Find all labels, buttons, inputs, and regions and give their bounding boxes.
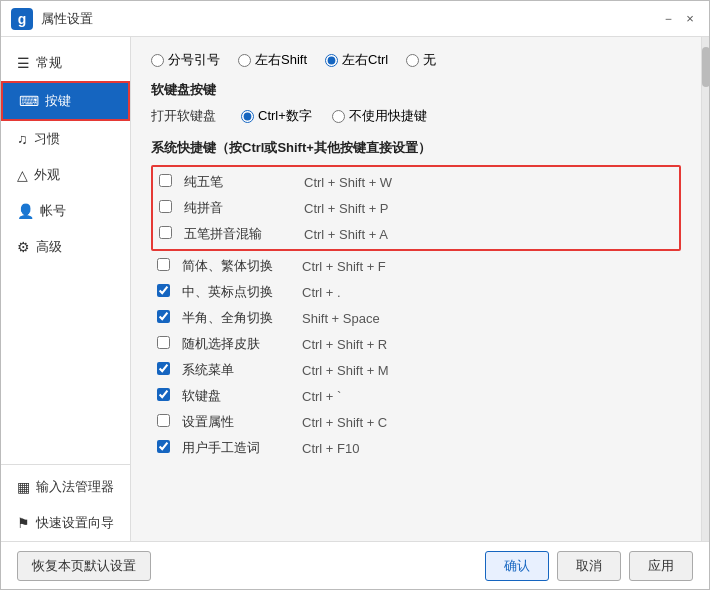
radio-ctrl-num[interactable]: Ctrl+数字 <box>241 107 312 125</box>
advanced-icon: ⚙ <box>17 239 30 255</box>
sidebar-item-account[interactable]: 👤 帐号 <box>1 193 130 229</box>
soft-keyboard-sub: 打开软键盘 Ctrl+数字 不使用快捷键 <box>151 107 681 125</box>
table-row: 纯五笔 Ctrl + Shift + W <box>153 169 679 195</box>
reset-button[interactable]: 恢复本页默认设置 <box>17 551 151 581</box>
hotkey-label-half-full: 半角、全角切换 <box>176 305 296 331</box>
radio-leftright-ctrl-input[interactable] <box>325 54 338 67</box>
soft-keyboard-title: 软键盘按键 <box>151 81 681 99</box>
hotkey-label-mixed: 五笔拼音混输 <box>178 221 298 247</box>
sidebar-label-quicksetup: 快速设置向导 <box>36 514 114 532</box>
hotkey-shortcut-simp-trad: Ctrl + Shift + F <box>296 253 681 279</box>
checkbox-sys-menu[interactable] <box>157 362 170 375</box>
footer-left: 恢复本页默认设置 <box>17 551 477 581</box>
footer: 恢复本页默认设置 确认 取消 应用 <box>1 541 709 589</box>
top-radio-row: 分号引号 左右Shift 左右Ctrl 无 <box>151 51 681 69</box>
sidebar-label-immanager: 输入法管理器 <box>36 478 114 496</box>
cancel-button[interactable]: 取消 <box>557 551 621 581</box>
radio-leftright-shift-label: 左右Shift <box>255 51 307 69</box>
table-row: 纯拼音 Ctrl + Shift + P <box>153 195 679 221</box>
hotkey-shortcut-pinyin: Ctrl + Shift + P <box>298 195 679 221</box>
sidebar-item-keys[interactable]: ⌨ 按键 <box>1 81 130 121</box>
hotkey-shortcut-wubi: Ctrl + Shift + W <box>298 169 679 195</box>
radio-semicolon-input[interactable] <box>151 54 164 67</box>
sidebar-item-advanced[interactable]: ⚙ 高级 <box>1 229 130 265</box>
sidebar-label-habit: 常规 <box>36 54 62 72</box>
table-row: 中、英标点切换 Ctrl + . <box>151 279 681 305</box>
table-row: 随机选择皮肤 Ctrl + Shift + R <box>151 331 681 357</box>
hotkey-label-sys-menu: 系统菜单 <box>176 357 296 383</box>
sidebar-item-appearance[interactable]: △ 外观 <box>1 157 130 193</box>
hotkey-shortcut-settings: Ctrl + Shift + C <box>296 409 681 435</box>
sidebar-label-advanced: 高级 <box>36 238 62 256</box>
sidebar-label-keys: 按键 <box>45 92 71 110</box>
radio-no-shortcut-input[interactable] <box>332 110 345 123</box>
main-content: 分号引号 左右Shift 左右Ctrl 无 <box>131 37 701 541</box>
sidebar-bottom: ▦ 输入法管理器 ⚑ 快速设置向导 <box>1 464 130 541</box>
table-row: 软键盘 Ctrl + ` <box>151 383 681 409</box>
radio-semicolon[interactable]: 分号引号 <box>151 51 220 69</box>
checkbox-wubi[interactable] <box>159 174 172 187</box>
custom-icon: ♫ <box>17 131 28 147</box>
checkbox-pinyin[interactable] <box>159 200 172 213</box>
radio-leftright-ctrl[interactable]: 左右Ctrl <box>325 51 388 69</box>
sidebar-label-custom: 习惯 <box>34 130 60 148</box>
checkbox-keyboard[interactable] <box>157 388 170 401</box>
hotkey-shortcut-sys-menu: Ctrl + Shift + M <box>296 357 681 383</box>
sidebar-item-immanager[interactable]: ▦ 输入法管理器 <box>1 469 130 505</box>
table-row: 系统菜单 Ctrl + Shift + M <box>151 357 681 383</box>
checkbox-half-full[interactable] <box>157 310 170 323</box>
radio-no-shortcut[interactable]: 不使用快捷键 <box>332 107 427 125</box>
hotkey-shortcut-userdic: Ctrl + F10 <box>296 435 681 461</box>
radio-ctrl-num-label: Ctrl+数字 <box>258 107 312 125</box>
checkbox-simp-trad[interactable] <box>157 258 170 271</box>
hotkey-label-settings: 设置属性 <box>176 409 296 435</box>
account-icon: 👤 <box>17 203 34 219</box>
titlebar: g 属性设置 － × <box>1 1 709 37</box>
system-hotkeys-title: 系统快捷键（按Ctrl或Shift+其他按键直接设置） <box>151 139 681 157</box>
radio-none[interactable]: 无 <box>406 51 436 69</box>
sidebar-label-account: 帐号 <box>40 202 66 220</box>
minimize-button[interactable]: － <box>659 10 677 28</box>
sidebar-item-quicksetup[interactable]: ⚑ 快速设置向导 <box>1 505 130 541</box>
table-row: 用户手工造词 Ctrl + F10 <box>151 435 681 461</box>
radio-leftright-ctrl-label: 左右Ctrl <box>342 51 388 69</box>
checkbox-random-skin[interactable] <box>157 336 170 349</box>
open-softkey-label: 打开软键盘 <box>151 107 221 125</box>
checkbox-mixed[interactable] <box>159 226 172 239</box>
radio-leftright-shift-input[interactable] <box>238 54 251 67</box>
hotkey-shortcut-random-skin: Ctrl + Shift + R <box>296 331 681 357</box>
apply-button[interactable]: 应用 <box>629 551 693 581</box>
radio-ctrl-num-input[interactable] <box>241 110 254 123</box>
table-row: 半角、全角切换 Shift + Space <box>151 305 681 331</box>
hotkey-shortcut-mixed: Ctrl + Shift + A <box>298 221 679 247</box>
hotkey-label-pinyin: 纯拼音 <box>178 195 298 221</box>
titlebar-buttons: － × <box>659 10 699 28</box>
confirm-button[interactable]: 确认 <box>485 551 549 581</box>
habit-icon: ☰ <box>17 55 30 71</box>
soft-keyboard-section: 软键盘按键 打开软键盘 Ctrl+数字 不使用快捷键 <box>151 81 681 125</box>
immanager-icon: ▦ <box>17 479 30 495</box>
scrollbar[interactable] <box>701 37 709 541</box>
sidebar-item-habit[interactable]: ☰ 常规 <box>1 45 130 81</box>
hotkey-shortcut-keyboard: Ctrl + ` <box>296 383 681 409</box>
close-button[interactable]: × <box>681 10 699 28</box>
window-body: ☰ 常规 ⌨ 按键 ♫ 习惯 △ 外观 👤 帐号 ⚙ 高级 <box>1 37 709 541</box>
table-row: 五笔拼音混输 Ctrl + Shift + A <box>153 221 679 247</box>
main-wrapper: 分号引号 左右Shift 左右Ctrl 无 <box>131 37 709 541</box>
checkbox-settings[interactable] <box>157 414 170 427</box>
radio-none-input[interactable] <box>406 54 419 67</box>
hotkey-label-userdic: 用户手工造词 <box>176 435 296 461</box>
window-title: 属性设置 <box>41 10 659 28</box>
radio-leftright-shift[interactable]: 左右Shift <box>238 51 307 69</box>
radio-none-label: 无 <box>423 51 436 69</box>
checkbox-userdic[interactable] <box>157 440 170 453</box>
sidebar-item-custom[interactable]: ♫ 习惯 <box>1 121 130 157</box>
highlighted-hotkeys-box: 纯五笔 Ctrl + Shift + W 纯拼音 Ctrl + Shift + … <box>151 165 681 251</box>
highlighted-hotkeys-table: 纯五笔 Ctrl + Shift + W 纯拼音 Ctrl + Shift + … <box>153 169 679 247</box>
table-row: 简体、繁体切换 Ctrl + Shift + F <box>151 253 681 279</box>
radio-no-shortcut-label: 不使用快捷键 <box>349 107 427 125</box>
system-hotkeys-section: 系统快捷键（按Ctrl或Shift+其他按键直接设置） 纯五笔 Ctrl + S… <box>151 139 681 461</box>
checkbox-cn-en[interactable] <box>157 284 170 297</box>
radio-semicolon-label: 分号引号 <box>168 51 220 69</box>
main-window: g 属性设置 － × ☰ 常规 ⌨ 按键 ♫ 习惯 △ 外观 <box>0 0 710 590</box>
